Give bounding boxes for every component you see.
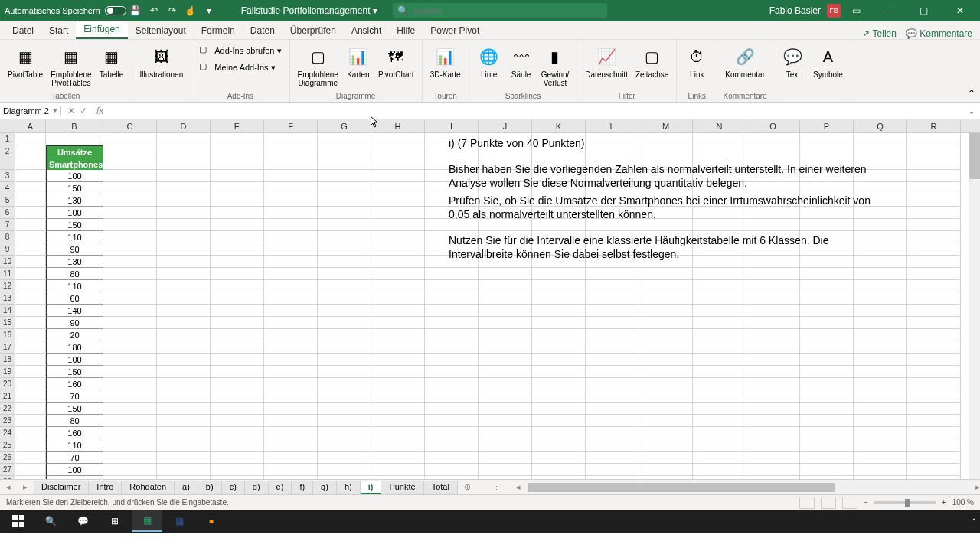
cell[interactable] xyxy=(371,366,425,378)
column-header[interactable]: P xyxy=(800,119,854,132)
cell[interactable] xyxy=(425,305,479,317)
cell[interactable]: 100 xyxy=(46,354,103,366)
cell[interactable] xyxy=(907,219,961,231)
comments-button[interactable]: 💬 Kommentare xyxy=(906,28,972,39)
cell[interactable]: 180 xyxy=(46,341,103,354)
cell[interactable] xyxy=(103,305,157,317)
cell[interactable] xyxy=(532,292,586,305)
cell[interactable] xyxy=(586,354,639,366)
cell[interactable] xyxy=(371,145,425,170)
cell[interactable] xyxy=(639,415,693,427)
zoom-out-button[interactable]: − xyxy=(864,498,868,507)
row-header[interactable]: 13 xyxy=(0,292,15,305)
ribbon-tab-überprüfen[interactable]: Überprüfen xyxy=(283,22,344,39)
cell[interactable] xyxy=(264,219,318,231)
cell[interactable] xyxy=(318,354,371,366)
cell[interactable] xyxy=(15,329,46,341)
cell[interactable] xyxy=(264,341,318,354)
cell[interactable] xyxy=(371,243,425,256)
ribbon-mode-icon[interactable]: ▭ xyxy=(850,5,862,17)
cell[interactable] xyxy=(639,354,693,366)
cell[interactable] xyxy=(479,292,532,305)
cell[interactable] xyxy=(15,305,46,317)
cell[interactable] xyxy=(15,145,46,170)
cell[interactable] xyxy=(800,403,854,415)
cell[interactable] xyxy=(157,415,211,427)
cell[interactable] xyxy=(907,390,961,403)
cell[interactable] xyxy=(15,207,46,219)
cell[interactable] xyxy=(586,464,639,476)
column-header[interactable]: N xyxy=(693,119,746,132)
cell[interactable] xyxy=(103,207,157,219)
cell[interactable] xyxy=(907,145,961,170)
cell[interactable] xyxy=(371,378,425,390)
cell[interactable] xyxy=(800,354,854,366)
cell[interactable] xyxy=(639,341,693,354)
cell[interactable] xyxy=(157,256,211,268)
cell[interactable] xyxy=(371,403,425,415)
cell[interactable] xyxy=(854,427,907,439)
cell[interactable] xyxy=(800,341,854,354)
cell[interactable] xyxy=(103,464,157,476)
cell[interactable] xyxy=(586,427,639,439)
sheet-tab-intro[interactable]: Intro xyxy=(89,481,122,494)
cell[interactable] xyxy=(15,390,46,403)
cell[interactable] xyxy=(693,366,746,378)
cell[interactable] xyxy=(479,268,532,280)
cell[interactable] xyxy=(264,182,318,194)
ribbon-tab-hilfe[interactable]: Hilfe xyxy=(389,22,423,39)
cell[interactable] xyxy=(854,341,907,354)
cell[interactable] xyxy=(157,366,211,378)
task-view-icon[interactable]: ⊞ xyxy=(100,510,130,532)
cell[interactable] xyxy=(800,366,854,378)
cell[interactable] xyxy=(693,305,746,317)
cell[interactable] xyxy=(586,317,639,329)
cell[interactable] xyxy=(157,145,211,170)
cell[interactable] xyxy=(854,329,907,341)
cell[interactable] xyxy=(425,464,479,476)
cell[interactable] xyxy=(103,194,157,207)
cell[interactable] xyxy=(103,341,157,354)
cancel-formula-icon[interactable]: ✕ xyxy=(67,106,75,116)
ribbon--d-karte-button[interactable]: 📊3D-Karte xyxy=(427,43,464,80)
cell[interactable] xyxy=(318,452,371,464)
ribbon-linie-button[interactable]: 🌐Linie xyxy=(474,43,505,80)
maximize-button[interactable]: ▢ xyxy=(908,0,939,21)
cell[interactable] xyxy=(479,341,532,354)
cell[interactable] xyxy=(639,292,693,305)
cell[interactable] xyxy=(211,194,264,207)
ribbon-empfohlene-pivottables-button[interactable]: ▦EmpfohlenePivotTables xyxy=(47,43,94,89)
cell[interactable] xyxy=(371,452,425,464)
cell[interactable] xyxy=(693,292,746,305)
cell[interactable] xyxy=(211,292,264,305)
cell[interactable]: 100 xyxy=(46,207,103,219)
cell[interactable] xyxy=(532,415,586,427)
cell[interactable] xyxy=(264,256,318,268)
cell[interactable] xyxy=(746,415,800,427)
cell[interactable] xyxy=(371,305,425,317)
cell[interactable] xyxy=(800,427,854,439)
cell[interactable] xyxy=(479,427,532,439)
page-layout-view-button[interactable] xyxy=(821,497,836,509)
start-button[interactable] xyxy=(3,510,34,532)
cell[interactable] xyxy=(479,415,532,427)
cell[interactable] xyxy=(854,378,907,390)
name-box[interactable]: Diagramm 2▾ xyxy=(0,106,61,116)
cell[interactable] xyxy=(264,403,318,415)
cell[interactable] xyxy=(907,133,961,145)
cell[interactable] xyxy=(15,133,46,145)
cell[interactable] xyxy=(693,341,746,354)
cell[interactable] xyxy=(425,268,479,280)
cell[interactable] xyxy=(532,341,586,354)
cell[interactable] xyxy=(15,231,46,243)
ribbon-meine-add-ins-button[interactable]: ▢Meine Add-Ins ▾ xyxy=(196,60,284,75)
cell[interactable] xyxy=(318,427,371,439)
cell[interactable] xyxy=(318,292,371,305)
ribbon-gewinn--verlust-button[interactable]: ▮Gewinn/Verlust xyxy=(538,43,573,89)
cell[interactable] xyxy=(532,354,586,366)
cell[interactable] xyxy=(157,182,211,194)
zoom-in-button[interactable]: + xyxy=(942,498,946,507)
cell[interactable] xyxy=(693,354,746,366)
accept-formula-icon[interactable]: ✓ xyxy=(80,106,87,116)
cell[interactable] xyxy=(264,329,318,341)
